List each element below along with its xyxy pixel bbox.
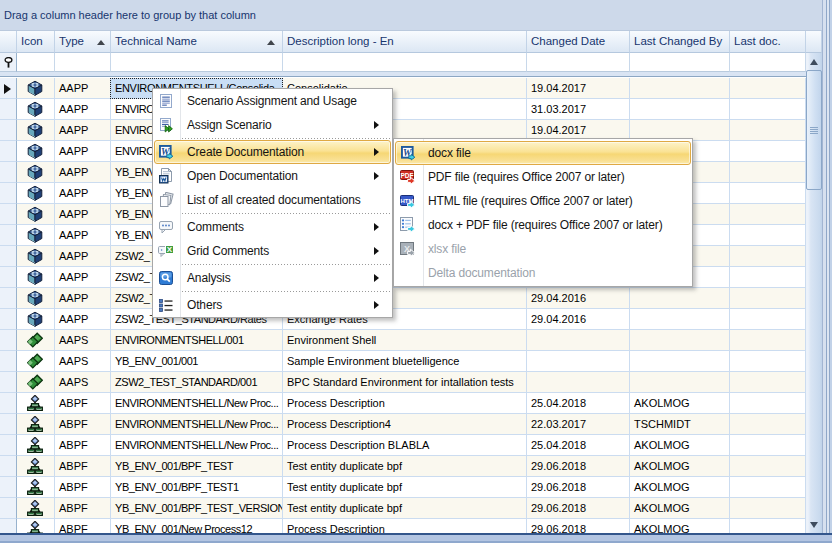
svg-text:X: X [167, 245, 173, 254]
